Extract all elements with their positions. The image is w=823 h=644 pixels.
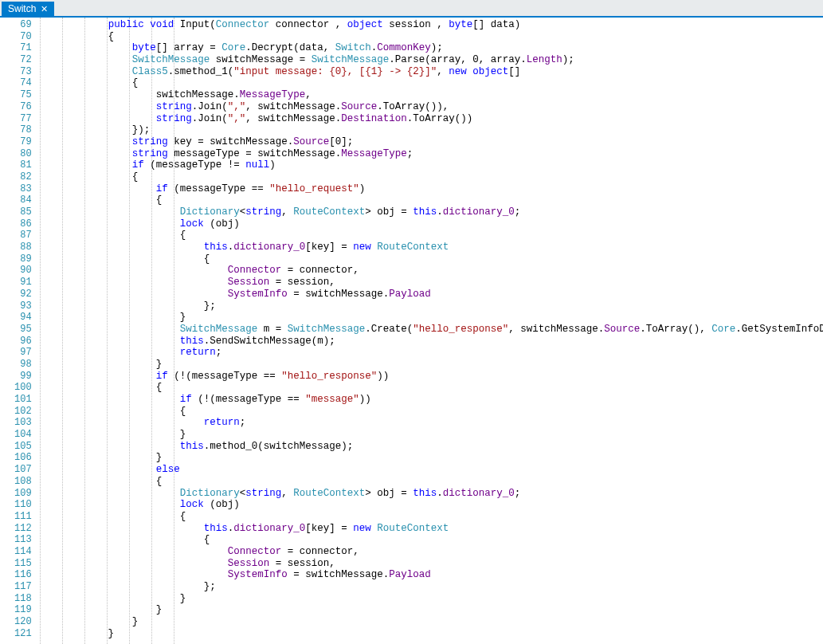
close-icon[interactable]: ✕ — [41, 4, 48, 14]
line-number: 109 — [14, 488, 32, 500]
code-line[interactable]: { — [37, 31, 823, 43]
line-number: 84 — [14, 194, 32, 206]
code-line[interactable]: switchMessage.MessageType, — [37, 89, 823, 101]
code-line[interactable]: Dictionary<string, RouteContext> obj = t… — [37, 206, 823, 218]
code-line[interactable]: { — [37, 230, 823, 242]
line-number: 119 — [14, 604, 32, 616]
code-line[interactable]: public void Input(Connector connector , … — [37, 19, 823, 31]
line-number: 69 — [14, 19, 32, 31]
tab-bar: Switch ✕ — [0, 0, 823, 18]
code-line[interactable]: }); — [37, 124, 823, 136]
code-line[interactable]: { — [37, 171, 823, 183]
line-number: 80 — [14, 148, 32, 160]
code-area[interactable]: public void Input(Connector connector , … — [37, 18, 823, 644]
line-number: 92 — [14, 289, 32, 300]
tab-switch[interactable]: Switch ✕ — [2, 2, 54, 16]
code-editor[interactable]: 6970717273747576777879808182838485868788… — [0, 18, 823, 644]
line-number: 73 — [14, 66, 32, 78]
line-number: 108 — [14, 476, 32, 488]
line-number: 96 — [14, 336, 32, 348]
code-line[interactable]: this.method_0(switchMessage); — [37, 441, 823, 453]
code-line[interactable]: { — [37, 253, 823, 265]
line-number: 89 — [14, 253, 32, 265]
line-number: 88 — [14, 242, 32, 253]
code-line[interactable]: { — [37, 194, 823, 206]
tab-title: Switch — [8, 3, 36, 14]
code-line[interactable]: string messageType = switchMessage.Messa… — [37, 148, 823, 160]
code-line[interactable]: else — [37, 464, 823, 476]
line-number: 77 — [14, 113, 32, 125]
line-number: 90 — [14, 265, 32, 277]
line-number: 114 — [14, 546, 32, 558]
code-line[interactable]: this.dictionary_0[key] = new RouteContex… — [37, 242, 823, 253]
code-line[interactable]: SwitchMessage m = SwitchMessage.Create("… — [37, 324, 823, 336]
line-number: 117 — [14, 581, 32, 593]
line-number: 82 — [14, 171, 32, 183]
line-number: 112 — [14, 523, 32, 535]
line-number: 86 — [14, 218, 32, 230]
code-line[interactable]: } — [37, 628, 823, 640]
line-number: 85 — [14, 206, 32, 218]
line-number: 107 — [14, 464, 32, 476]
code-line[interactable]: } — [37, 593, 823, 605]
code-line[interactable]: this.SendSwitchMessage(m); — [37, 336, 823, 348]
line-number: 113 — [14, 534, 32, 546]
line-number: 101 — [14, 394, 32, 406]
code-line[interactable]: } — [37, 604, 823, 616]
code-line[interactable]: { — [37, 534, 823, 546]
line-number: 111 — [14, 511, 32, 523]
code-line[interactable]: byte[] array = Core.Decrypt(data, Switch… — [37, 42, 823, 54]
code-line[interactable]: string key = switchMessage.Source[0]; — [37, 136, 823, 148]
code-line[interactable]: { — [37, 382, 823, 394]
code-line[interactable]: string.Join(",", switchMessage.Destinati… — [37, 113, 823, 125]
code-line[interactable]: if (messageType == "hello_request") — [37, 183, 823, 195]
code-line[interactable]: } — [37, 429, 823, 441]
code-line[interactable]: { — [37, 406, 823, 418]
code-line[interactable]: Session = session, — [37, 558, 823, 570]
code-line[interactable]: if (!(messageType == "message")) — [37, 394, 823, 406]
code-content[interactable]: public void Input(Connector connector , … — [37, 19, 823, 639]
code-line[interactable]: if (messageType != null) — [37, 159, 823, 171]
code-line[interactable]: SystemInfo = switchMessage.Payload — [37, 289, 823, 300]
code-line[interactable]: this.dictionary_0[key] = new RouteContex… — [37, 523, 823, 535]
line-number: 81 — [14, 159, 32, 171]
line-number: 70 — [14, 31, 32, 43]
code-line[interactable]: return; — [37, 417, 823, 429]
code-line[interactable]: Class5.smethod_1("input message: {0}, [{… — [37, 66, 823, 78]
code-line[interactable]: { — [37, 77, 823, 89]
code-line[interactable]: Session = session, — [37, 277, 823, 289]
line-number: 79 — [14, 136, 32, 148]
code-line[interactable]: Dictionary<string, RouteContext> obj = t… — [37, 488, 823, 500]
line-number: 102 — [14, 406, 32, 418]
line-number: 106 — [14, 452, 32, 464]
code-line[interactable]: Connector = connector, — [37, 265, 823, 277]
code-line[interactable]: SystemInfo = switchMessage.Payload — [37, 569, 823, 581]
code-line[interactable]: } — [37, 359, 823, 371]
line-number: 87 — [14, 230, 32, 242]
line-number: 116 — [14, 569, 32, 581]
code-line[interactable]: }; — [37, 581, 823, 593]
code-line[interactable]: string.Join(",", switchMessage.Source.To… — [37, 101, 823, 113]
line-number: 105 — [14, 441, 32, 453]
code-line[interactable]: } — [37, 312, 823, 324]
code-line[interactable]: if (!(messageType == "hello_response")) — [37, 371, 823, 383]
code-line[interactable]: return; — [37, 347, 823, 359]
code-line[interactable]: lock (obj) — [37, 499, 823, 511]
line-number: 103 — [14, 417, 32, 429]
line-number: 91 — [14, 277, 32, 289]
code-line[interactable]: }; — [37, 300, 823, 312]
code-line[interactable]: } — [37, 452, 823, 464]
line-number: 71 — [14, 42, 32, 54]
line-number-gutter: 6970717273747576777879808182838485868788… — [0, 18, 37, 644]
line-number: 110 — [14, 499, 32, 511]
code-line[interactable]: Connector = connector, — [37, 546, 823, 558]
line-number: 76 — [14, 101, 32, 113]
line-number: 93 — [14, 300, 32, 312]
code-line[interactable]: lock (obj) — [37, 218, 823, 230]
code-line[interactable]: SwitchMessage switchMessage = SwitchMess… — [37, 54, 823, 66]
line-number: 100 — [14, 382, 32, 394]
code-line[interactable]: { — [37, 476, 823, 488]
code-line[interactable]: { — [37, 511, 823, 523]
code-line[interactable]: } — [37, 616, 823, 628]
line-number: 115 — [14, 558, 32, 570]
